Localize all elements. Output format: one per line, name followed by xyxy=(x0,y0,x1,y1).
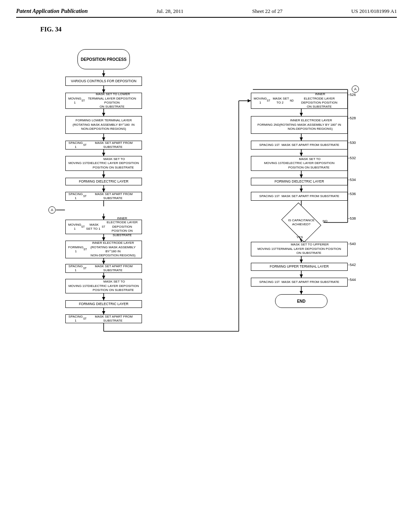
svg-marker-47 xyxy=(300,260,303,263)
svg-marker-18 xyxy=(102,237,105,241)
svg-marker-11 xyxy=(102,175,105,178)
connector-A-left: A xyxy=(48,206,56,214)
connector-A-right: A xyxy=(352,85,359,93)
svg-marker-7 xyxy=(102,137,105,141)
page-header: Patent Application Publication Jul. 28, … xyxy=(16,8,397,18)
svg-marker-24 xyxy=(102,297,105,300)
node-506: SPACING 1ST MASK SET APART FROM SUBSTRAT… xyxy=(65,141,142,150)
node-start: DEPOSITION PROCESS xyxy=(77,49,130,69)
svg-marker-37 xyxy=(300,153,303,156)
svg-marker-49 xyxy=(300,274,303,278)
node-504: FORMING LOWER TERMINAL LAYER(ROTATING MA… xyxy=(65,116,142,134)
svg-marker-20 xyxy=(102,261,105,264)
node-532: MOVING 1ST MASK SET TODIELECTRIC LAYER D… xyxy=(251,156,348,171)
node-512: SPACING 1ST MASK SET APART FROM SUBSTRAT… xyxy=(65,192,142,201)
svg-marker-1 xyxy=(102,73,105,77)
node-528: FORMING 2ND INNER ELECTRODE LAYER(ROTATI… xyxy=(251,116,348,134)
node-516: FORMING 1ST INNER ELECTRODE LAYER(ROTATI… xyxy=(65,241,142,258)
node-502: MOVING 1ST MASK SET TO LOWERTERMINAL LAY… xyxy=(65,93,142,109)
node-510: FORMING DIELECTRIC LAYER xyxy=(65,178,142,185)
header-date: Jul. 28, 2011 xyxy=(156,8,184,15)
node-508: MOVING 1ST MASK SET TODIELECTRIC LAYER D… xyxy=(65,156,142,171)
node-538-diamond: IS CAPACITANCEACHIEVED? xyxy=(279,210,323,235)
node-524: SPACING 1ST MASK SET APART FROM SUBSTRAT… xyxy=(65,314,142,323)
node-522: FORMING DIELECTRIC LAYER xyxy=(65,300,142,308)
node-534: FORMING DIELECTRIC LAYER xyxy=(251,178,348,185)
node-514: MOVING 1ST MASK SET TO 1ST INNERELECTROD… xyxy=(65,220,142,234)
svg-marker-35 xyxy=(300,137,303,141)
node-526: MOVING 1ST MASK SET TO 2ND INNERELECTROD… xyxy=(251,93,348,109)
node-542: FORMING UPPER TERMINAL LAYER xyxy=(251,263,348,271)
flowchart-container: DEPOSITION PROCESS −500 VARIOUS CONTROLS… xyxy=(25,37,388,480)
svg-marker-41 xyxy=(300,189,303,192)
node-500: VARIOUS CONTROLS FOR DEPOSITION xyxy=(65,77,142,86)
header-publication-label: Patent Application Publication xyxy=(16,8,88,15)
svg-marker-26 xyxy=(102,311,105,314)
node-536: SPACING 1ST MASK SET APART FROM SUBSTRAT… xyxy=(251,192,348,201)
node-end: END xyxy=(275,294,327,308)
node-518: SPACING 1ST MASK SET APART FROM SUBSTRAT… xyxy=(65,264,142,273)
svg-marker-13 xyxy=(102,189,105,192)
connector-A-line xyxy=(56,206,68,214)
svg-marker-51 xyxy=(300,291,303,294)
page: Patent Application Publication Jul. 28, … xyxy=(0,0,413,532)
svg-marker-16 xyxy=(102,216,105,220)
header-patent-number: US 2011/0181999 A1 xyxy=(351,8,397,15)
svg-marker-31 xyxy=(248,99,251,102)
header-sheet: Sheet 22 of 27 xyxy=(252,8,282,15)
svg-marker-22 xyxy=(102,276,105,279)
svg-marker-39 xyxy=(300,175,303,178)
node-540: MOVING 1ST MASK SET TO UPPERERTERMINAL L… xyxy=(251,242,348,256)
node-520: MOVING 1ST MASK SET TODIELECTRIC LAYER D… xyxy=(65,279,142,293)
svg-marker-33 xyxy=(300,113,303,116)
svg-marker-5 xyxy=(102,113,105,116)
figure-label: FIG. 34 xyxy=(40,26,397,33)
svg-marker-9 xyxy=(102,153,105,156)
node-544: SPACING 1ST MASK SET APART FROM SUBSTRAT… xyxy=(251,278,348,287)
node-530: SPACING 1ST MASK SET APART FROM SUBSTRAT… xyxy=(251,141,348,150)
